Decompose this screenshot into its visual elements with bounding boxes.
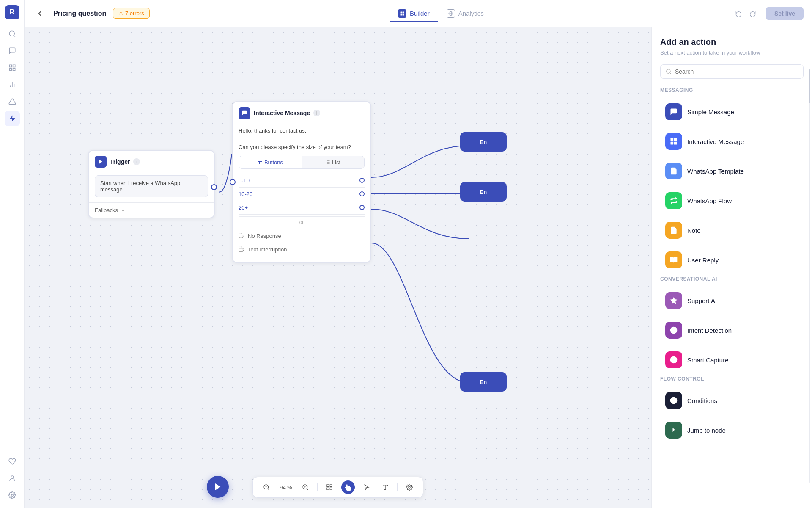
action-user-reply[interactable]: User Reply bbox=[660, 246, 804, 273]
option-label-1: 0-10 bbox=[239, 177, 359, 184]
interactive-message-label: Interactive Message bbox=[687, 138, 744, 145]
svg-rect-42 bbox=[330, 485, 332, 487]
action-smart-capture[interactable]: Smart Capture bbox=[660, 346, 804, 373]
section-ai-label: Conversational AI bbox=[660, 276, 804, 282]
option-label-3: 20+ bbox=[239, 204, 359, 211]
end-node-1-label: En bbox=[480, 139, 487, 145]
option-row-1[interactable]: 0-10 bbox=[239, 174, 365, 188]
sidebar-builder[interactable] bbox=[5, 111, 20, 126]
trigger-message: Start when I receive a WhatsApp message bbox=[95, 175, 208, 197]
tab-row: Buttons List bbox=[239, 156, 365, 169]
search-input[interactable] bbox=[675, 68, 798, 75]
interactive-node[interactable]: Interactive Message i Hello, thanks for … bbox=[232, 101, 371, 263]
action-jump-to-node[interactable]: Jump to node bbox=[660, 417, 804, 444]
sidebar-analytics[interactable] bbox=[5, 77, 20, 92]
sidebar-favorites[interactable] bbox=[5, 454, 20, 469]
support-ai-icon bbox=[665, 292, 682, 309]
end-node-1[interactable]: En bbox=[460, 132, 507, 152]
sidebar-settings[interactable] bbox=[5, 488, 20, 503]
undo-redo-controls bbox=[732, 7, 759, 20]
fallback-text-interruption: Text interruption bbox=[248, 246, 287, 253]
conditions-icon bbox=[665, 392, 682, 409]
fallback-row-1[interactable]: No Response bbox=[239, 229, 365, 243]
svg-rect-12 bbox=[400, 11, 402, 13]
svg-rect-54 bbox=[674, 142, 677, 145]
tab-buttons[interactable]: Buttons bbox=[239, 156, 302, 168]
end-node-2[interactable]: En bbox=[460, 182, 507, 202]
action-conditions[interactable]: Conditions bbox=[660, 387, 804, 414]
interactive-info[interactable]: i bbox=[313, 110, 320, 116]
svg-line-1 bbox=[14, 35, 15, 36]
connections-svg bbox=[25, 27, 651, 508]
cursor-button[interactable] bbox=[360, 480, 373, 494]
sidebar-alerts[interactable] bbox=[5, 94, 20, 109]
grid-button[interactable] bbox=[323, 480, 336, 494]
trigger-header: Trigger i bbox=[89, 151, 214, 172]
end-node-2-label: En bbox=[480, 189, 487, 195]
scrollbar-track[interactable] bbox=[809, 69, 810, 483]
trigger-title: Trigger bbox=[110, 158, 130, 165]
sidebar-contacts[interactable] bbox=[5, 60, 20, 75]
intent-detection-label: Intent Detection bbox=[687, 327, 732, 334]
hand-tool-button[interactable] bbox=[341, 480, 355, 494]
fallback-row-2[interactable]: Text interruption bbox=[239, 243, 365, 256]
action-whatsapp-flow[interactable]: WhatsApp Flow bbox=[660, 187, 804, 214]
interactive-text: Hello, thanks for contact us. Can you pl… bbox=[239, 127, 365, 152]
svg-marker-9 bbox=[9, 116, 15, 122]
tab-list[interactable]: List bbox=[302, 156, 364, 168]
redo-button[interactable] bbox=[746, 7, 759, 20]
undo-button[interactable] bbox=[732, 7, 745, 20]
trigger-info[interactable]: i bbox=[133, 158, 140, 165]
sidebar-chat[interactable] bbox=[5, 43, 20, 58]
interactive-text2: Can you please specify the size of your … bbox=[239, 144, 351, 150]
zoom-in-button[interactable] bbox=[299, 480, 312, 494]
panel-subtitle: Set a next action to take in your workfl… bbox=[660, 50, 804, 56]
option-row-2[interactable]: 10-20 bbox=[239, 188, 365, 201]
user-reply-icon bbox=[665, 251, 682, 268]
section-flow-label: Flow Control bbox=[660, 376, 804, 382]
action-note[interactable]: Note bbox=[660, 217, 804, 244]
svg-rect-52 bbox=[674, 138, 677, 141]
play-fab[interactable] bbox=[207, 476, 229, 498]
or-divider: or bbox=[239, 216, 365, 228]
svg-rect-3 bbox=[13, 65, 15, 67]
settings-button[interactable] bbox=[403, 480, 416, 494]
zoom-out-button[interactable] bbox=[260, 480, 273, 494]
action-interactive-message[interactable]: Interactive Message bbox=[660, 128, 804, 155]
canvas[interactable]: Trigger i Start when I receive a WhatsAp… bbox=[25, 27, 651, 508]
text-button[interactable] bbox=[379, 480, 392, 494]
whatsapp-template-icon bbox=[665, 163, 682, 179]
end-node-3[interactable]: En bbox=[460, 372, 507, 392]
scrollbar-thumb[interactable] bbox=[809, 69, 810, 103]
option-dot-1 bbox=[359, 178, 365, 183]
action-simple-message[interactable]: Simple Message bbox=[660, 98, 804, 125]
interactive-text1: Hello, thanks for contact us. bbox=[239, 127, 306, 134]
sidebar-search[interactable] bbox=[5, 26, 20, 41]
note-icon bbox=[665, 222, 682, 239]
analytics-tab-label: Analytics bbox=[458, 10, 484, 17]
svg-rect-4 bbox=[9, 69, 11, 71]
trigger-body: Start when I receive a WhatsApp message bbox=[89, 172, 214, 202]
svg-rect-14 bbox=[400, 14, 402, 15]
tab-builder[interactable]: Builder bbox=[390, 6, 438, 21]
page-title: Pricing question bbox=[53, 10, 106, 17]
search-box[interactable] bbox=[660, 64, 804, 79]
set-live-button[interactable]: Set live bbox=[766, 7, 804, 20]
canvas-toolbar: 94 % bbox=[252, 477, 423, 498]
back-button[interactable] bbox=[33, 7, 47, 20]
action-support-ai[interactable]: Support AI bbox=[660, 287, 804, 314]
svg-marker-48 bbox=[215, 483, 221, 491]
option-row-3[interactable]: 20+ bbox=[239, 201, 365, 215]
tab-analytics[interactable]: Analytics bbox=[438, 6, 492, 21]
trigger-node[interactable]: Trigger i Start when I receive a WhatsAp… bbox=[88, 150, 215, 218]
interactive-icon bbox=[239, 107, 250, 119]
tab-buttons-label: Buttons bbox=[264, 159, 283, 166]
tab-list-label: List bbox=[332, 159, 340, 166]
sidebar-agent[interactable] bbox=[5, 471, 20, 486]
conditions-label: Conditions bbox=[687, 397, 717, 404]
svg-point-47 bbox=[409, 486, 410, 488]
fallbacks-bar[interactable]: Fallbacks bbox=[89, 202, 214, 218]
action-intent-detection[interactable]: Intent Detection bbox=[660, 317, 804, 344]
action-whatsapp-template[interactable]: WhatsApp Template bbox=[660, 157, 804, 185]
errors-badge[interactable]: ⚠ 7 errors bbox=[113, 8, 149, 19]
